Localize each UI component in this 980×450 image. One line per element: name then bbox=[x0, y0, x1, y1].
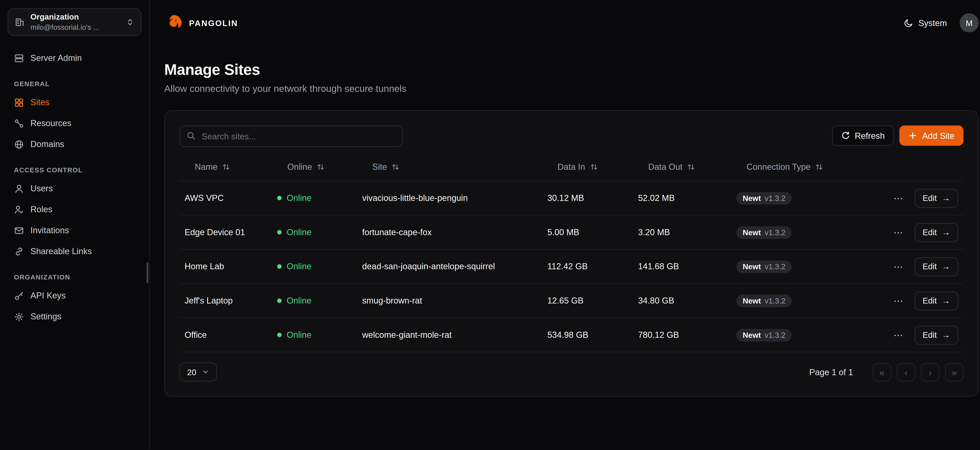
column-header-site[interactable]: Site bbox=[357, 162, 542, 171]
sites-table: Name Online Site Data In bbox=[180, 153, 964, 352]
edit-button[interactable]: Edit → bbox=[914, 189, 958, 208]
first-page-button[interactable]: « bbox=[873, 363, 891, 381]
site-tunnel-cell: welcome-giant-mole-rat bbox=[357, 330, 542, 340]
sidebar-item-shareable-links[interactable]: Shareable Links bbox=[8, 241, 142, 262]
sidebar-scrollbar-thumb[interactable] bbox=[146, 262, 149, 284]
chevrons-right-icon: » bbox=[951, 367, 957, 377]
sidebar-item-label: Resources bbox=[30, 119, 72, 128]
page-size-select[interactable]: 20 bbox=[180, 363, 217, 382]
connection-version: v1.3.2 bbox=[765, 194, 786, 202]
row-menu-button[interactable]: ⋯ bbox=[891, 260, 905, 273]
sort-icon bbox=[815, 163, 823, 171]
top-bar: PANGOLIN System M bbox=[164, 0, 978, 46]
edit-button[interactable]: Edit → bbox=[914, 257, 958, 276]
row-menu-button[interactable]: ⋯ bbox=[891, 226, 905, 238]
online-dot-icon bbox=[277, 230, 282, 235]
table-row: Jeff's Laptop Online smug-brown-rat 12.6… bbox=[180, 283, 964, 317]
site-name-cell: Edge Device 01 bbox=[180, 228, 272, 237]
site-status-cell: Online bbox=[272, 261, 357, 271]
globe-icon bbox=[14, 139, 24, 149]
sites-card: Refresh Add Site Name bbox=[164, 110, 978, 397]
site-name-cell: Jeff's Laptop bbox=[180, 296, 272, 306]
column-header-online[interactable]: Online bbox=[272, 162, 357, 171]
edit-button[interactable]: Edit → bbox=[914, 325, 958, 344]
last-page-button[interactable]: » bbox=[945, 363, 964, 381]
row-menu-button[interactable]: ⋯ bbox=[891, 192, 905, 204]
edit-label: Edit bbox=[923, 261, 937, 271]
site-name-cell: Home Lab bbox=[180, 261, 272, 271]
toolbar-actions: Refresh Add Site bbox=[832, 125, 964, 146]
column-header-name[interactable]: Name bbox=[180, 162, 272, 171]
chevron-right-icon: › bbox=[929, 367, 932, 377]
sidebar-item-api-keys[interactable]: API Keys bbox=[8, 285, 142, 306]
data-in-cell: 534.98 GB bbox=[542, 330, 633, 340]
page-size-value: 20 bbox=[187, 367, 196, 377]
theme-toggle-button[interactable]: System bbox=[904, 18, 947, 28]
sidebar-item-resources[interactable]: Resources bbox=[8, 113, 142, 134]
column-label: Connection Type bbox=[746, 162, 811, 171]
sidebar-item-label: Invitations bbox=[30, 226, 69, 235]
link-icon bbox=[14, 246, 24, 256]
data-out-cell: 780.12 GB bbox=[633, 330, 731, 340]
avatar-initial: M bbox=[966, 18, 972, 28]
edit-button[interactable]: Edit → bbox=[914, 291, 958, 310]
column-label: Site bbox=[372, 162, 387, 171]
connection-badge: Newt v1.3.2 bbox=[737, 329, 792, 341]
previous-page-button[interactable]: ‹ bbox=[897, 363, 915, 381]
online-dot-icon bbox=[277, 196, 282, 200]
connection-type-cell: Newt v1.3.2 bbox=[731, 260, 891, 273]
main-content: PANGOLIN System M Manage Sites Allow con… bbox=[150, 0, 980, 450]
arrow-right-icon: → bbox=[942, 261, 950, 271]
edit-button[interactable]: Edit → bbox=[914, 223, 958, 242]
user-icon bbox=[14, 184, 24, 194]
online-dot-icon bbox=[277, 298, 282, 303]
sidebar-item-roles[interactable]: Roles bbox=[8, 199, 142, 220]
next-page-button[interactable]: › bbox=[921, 363, 939, 381]
pagination: Page 1 of 1 « ‹ › » bbox=[809, 363, 964, 381]
sidebar-item-domains[interactable]: Domains bbox=[8, 134, 142, 155]
column-header-data-in[interactable]: Data In bbox=[542, 162, 633, 171]
brand: PANGOLIN bbox=[164, 13, 238, 32]
table-row: AWS VPC Online vivacious-little-blue-pen… bbox=[180, 181, 964, 215]
row-actions-cell: ⋯ Edit → bbox=[891, 325, 964, 344]
avatar[interactable]: M bbox=[959, 13, 978, 32]
sidebar-item-invitations[interactable]: Invitations bbox=[8, 220, 142, 241]
site-tunnel-cell: dead-san-joaquin-antelope-squirrel bbox=[357, 261, 542, 271]
column-label: Data Out bbox=[648, 162, 682, 171]
section-heading-general: GENERAL bbox=[14, 80, 135, 87]
table-header-row: Name Online Site Data In bbox=[180, 153, 964, 181]
column-header-data-out[interactable]: Data Out bbox=[633, 162, 731, 171]
online-status-label: Online bbox=[287, 193, 312, 203]
add-site-button[interactable]: Add Site bbox=[899, 125, 963, 146]
table-footer: 20 Page 1 of 1 « ‹ › » bbox=[180, 363, 964, 382]
pangolin-logo-icon bbox=[164, 13, 183, 32]
moon-icon bbox=[904, 18, 913, 28]
row-menu-button[interactable]: ⋯ bbox=[891, 329, 905, 341]
table-row: Edge Device 01 Online fortunate-cape-fox… bbox=[180, 215, 964, 249]
connection-type-cell: Newt v1.3.2 bbox=[731, 226, 891, 239]
refresh-icon bbox=[841, 131, 850, 140]
sidebar-item-server-admin[interactable]: Server Admin bbox=[8, 48, 142, 68]
connection-badge: Newt v1.3.2 bbox=[737, 294, 792, 307]
site-status-cell: Online bbox=[272, 330, 357, 340]
refresh-label: Refresh bbox=[855, 131, 885, 140]
data-in-cell: 30.12 MB bbox=[542, 193, 633, 203]
refresh-button[interactable]: Refresh bbox=[832, 125, 894, 146]
org-selector[interactable]: Organization milo@fossorial.io's ... bbox=[8, 8, 142, 36]
sort-icon bbox=[317, 163, 325, 171]
sidebar-item-settings[interactable]: Settings bbox=[8, 306, 142, 327]
sidebar-item-users[interactable]: Users bbox=[8, 178, 142, 199]
roles-user-icon bbox=[14, 204, 24, 215]
organization-building-icon bbox=[14, 17, 25, 27]
column-label: Name bbox=[195, 162, 218, 171]
search-input[interactable] bbox=[180, 125, 403, 147]
edit-label: Edit bbox=[923, 193, 937, 203]
sidebar-item-sites[interactable]: Sites bbox=[8, 92, 142, 113]
brand-name: PANGOLIN bbox=[189, 18, 238, 28]
column-header-connection-type[interactable]: Connection Type bbox=[731, 162, 891, 171]
sort-icon bbox=[590, 163, 598, 171]
row-menu-button[interactable]: ⋯ bbox=[891, 295, 905, 307]
sidebar-item-label: Shareable Links bbox=[30, 247, 92, 256]
chevron-left-icon: ‹ bbox=[904, 367, 907, 377]
site-name-cell: AWS VPC bbox=[180, 193, 272, 203]
